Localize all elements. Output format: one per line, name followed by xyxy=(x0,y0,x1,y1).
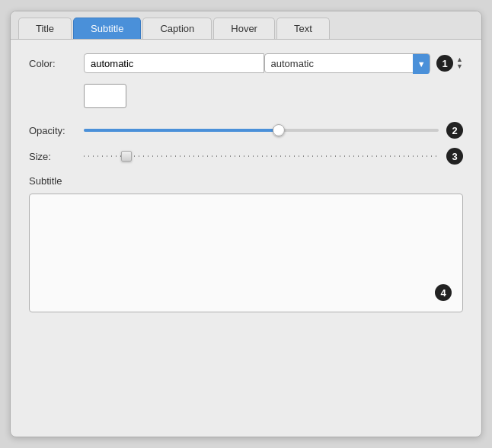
size-label: Size: xyxy=(29,151,84,162)
subtitle-section-label: Subtitle xyxy=(29,175,62,187)
color-swatch[interactable] xyxy=(84,84,126,108)
opacity-track xyxy=(84,129,439,132)
badge-4: 4 xyxy=(435,284,452,301)
tab-title[interactable]: Title xyxy=(18,18,72,39)
tab-hover[interactable]: Hover xyxy=(213,18,275,39)
size-track xyxy=(84,155,439,157)
tab-subtitle[interactable]: Subtitle xyxy=(73,18,141,39)
tab-caption[interactable]: Caption xyxy=(142,18,212,39)
subtitle-textarea-wrapper: 4 xyxy=(29,194,463,312)
opacity-thumb[interactable] xyxy=(273,124,285,136)
subtitle-textarea[interactable] xyxy=(30,194,462,309)
size-row: Size: 3 xyxy=(29,148,463,165)
badge-3: 3 xyxy=(446,148,463,165)
size-slider-wrapper xyxy=(84,155,439,157)
color-label: Color: xyxy=(29,58,84,69)
subtitle-label-row: Subtitle xyxy=(29,174,463,187)
size-thumb[interactable] xyxy=(121,151,132,162)
tab-bar: Title Subtitle Caption Hover Text xyxy=(11,11,481,40)
opacity-slider-wrapper xyxy=(84,129,439,132)
color-row: Color: automatic automatic ▼ 1 xyxy=(29,53,463,73)
opacity-row: Opacity: 2 xyxy=(29,122,463,139)
badge-2: 2 xyxy=(446,122,463,139)
color-dropdown-arrow[interactable]: ▼ xyxy=(413,54,430,74)
content-area: Color: automatic automatic ▼ 1 xyxy=(11,40,481,326)
panel: Title Subtitle Caption Hover Text Color:… xyxy=(10,11,482,437)
opacity-label: Opacity: xyxy=(29,125,84,136)
color-stepper[interactable]: ▲ ▼ xyxy=(456,56,463,70)
badge-1: 1 xyxy=(436,55,453,72)
color-select[interactable]: automatic xyxy=(84,53,264,73)
opacity-fill xyxy=(84,129,279,132)
color-value-text: automatic xyxy=(271,58,424,69)
color-select-wrapper: automatic automatic ▼ 1 ▲ ▼ xyxy=(84,53,463,73)
tab-text[interactable]: Text xyxy=(276,18,330,39)
swatch-row xyxy=(84,84,463,111)
